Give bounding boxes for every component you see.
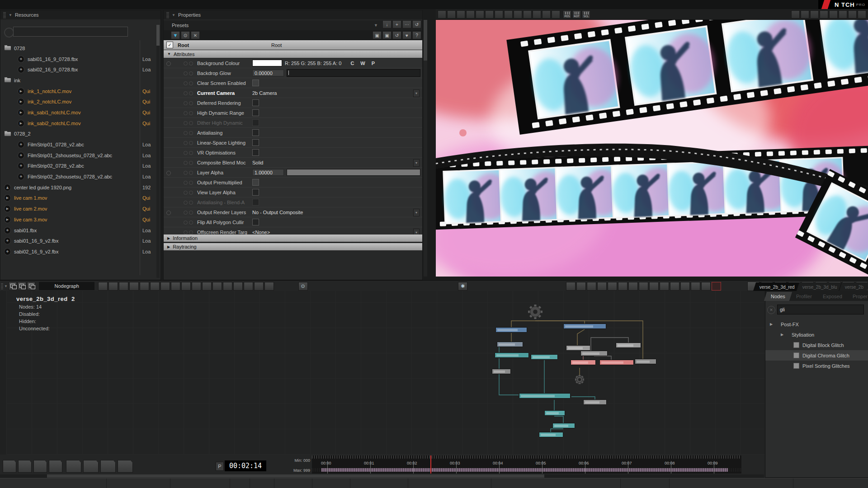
graph-node[interactable] bbox=[552, 423, 575, 428]
resource-row[interactable]: ❖ FilmStrip02_0728_v2.abc Loa bbox=[0, 161, 156, 172]
graph-node[interactable] bbox=[544, 410, 565, 416]
resource-name[interactable]: live cam 3.mov bbox=[14, 217, 47, 222]
resource-row[interactable]: ❖ FilmStrip02_2shousetsu_0728_v2.abc Loa bbox=[0, 171, 156, 182]
viewport-view-icon[interactable] bbox=[839, 10, 847, 19]
window-layout-icon[interactable] bbox=[18, 282, 26, 290]
revert-button[interactable]: ↺ bbox=[392, 31, 401, 39]
resource-row[interactable]: ▶ ink_sabi1_notchLC.mov Qui bbox=[0, 107, 156, 118]
viewport-view-icon[interactable] bbox=[848, 10, 857, 19]
resource-name[interactable]: live cam 1.mov bbox=[14, 195, 47, 201]
graph-node[interactable] bbox=[495, 352, 529, 358]
graph-node[interactable] bbox=[495, 327, 527, 333]
resource-row[interactable]: ▶ live cam 2.mov Qui bbox=[0, 203, 156, 214]
resource-type-icon[interactable]: ▶ bbox=[18, 109, 24, 116]
display-toggle-button[interactable] bbox=[670, 282, 679, 291]
graph-node[interactable] bbox=[580, 351, 608, 356]
resource-type-icon[interactable]: ▶ bbox=[18, 99, 24, 105]
color-mode-buttons[interactable]: CWP bbox=[344, 61, 375, 66]
resource-name[interactable]: sabi02_16_9_v2.fbx bbox=[14, 249, 58, 254]
checkbox[interactable] bbox=[252, 179, 259, 186]
resource-row[interactable]: ❖ sabi01_16_9_v2.fbx Loa bbox=[0, 235, 156, 246]
resource-name[interactable]: ink_sabi2_notchLC.mov bbox=[28, 121, 80, 126]
checkbox[interactable] bbox=[252, 189, 259, 196]
window-layout-icon[interactable] bbox=[27, 282, 35, 290]
expand-triangle-icon[interactable]: ▶ bbox=[167, 236, 170, 240]
scrollbar-handle[interactable] bbox=[47, 474, 544, 478]
root-enabled-checkbox[interactable]: ✓ bbox=[166, 42, 173, 48]
value-box[interactable]: 1.00000 bbox=[252, 169, 284, 176]
nodes-panel-tab[interactable]: Proper bbox=[846, 292, 868, 301]
resource-row[interactable]: ❖ sabi01.fbx Loa bbox=[0, 225, 156, 236]
display-toggle-button[interactable] bbox=[608, 282, 617, 291]
node-tree-row[interactable]: Digital Block Glitch bbox=[765, 340, 868, 350]
keyframe-icon[interactable] bbox=[166, 171, 171, 175]
resource-row[interactable]: ink bbox=[0, 75, 156, 86]
property-row[interactable]: Output Render Layers No - Output Composi… bbox=[164, 207, 422, 217]
resource-type-icon[interactable] bbox=[4, 45, 11, 52]
expand-arrow-icon[interactable]: ▶ bbox=[781, 333, 783, 337]
resource-name[interactable]: center led guide 1920.png bbox=[14, 185, 71, 190]
resource-type-icon[interactable] bbox=[4, 131, 11, 137]
clear-search-icon[interactable]: ✕ bbox=[767, 306, 775, 314]
dropdown-value[interactable]: <None> bbox=[252, 230, 270, 235]
property-row[interactable]: Antialiasing - Blend-A bbox=[164, 197, 422, 207]
property-row[interactable]: VR Optimisations bbox=[164, 148, 422, 158]
nodegraph-tool-button[interactable] bbox=[119, 282, 128, 291]
playhead[interactable] bbox=[430, 455, 431, 474]
nodegraph-tool-button[interactable] bbox=[108, 282, 118, 291]
display-toggle-button[interactable] bbox=[660, 282, 669, 291]
resources-scrollbar[interactable] bbox=[156, 25, 160, 278]
property-row[interactable]: Flip All Polygon Cullir bbox=[164, 217, 422, 227]
filter-button[interactable]: ▼ bbox=[171, 31, 180, 39]
viewport-tool-icon[interactable] bbox=[457, 10, 465, 19]
viewport-tool-icon[interactable] bbox=[495, 10, 503, 19]
node-tree-row[interactable]: ▶ Post-FX bbox=[765, 319, 868, 329]
timeline-view-tab[interactable] bbox=[118, 460, 133, 473]
nodes-panel-tab[interactable]: Nodes bbox=[764, 292, 792, 301]
nodegraph-tool-button[interactable] bbox=[223, 282, 232, 291]
nodegraph-tool-button[interactable] bbox=[192, 282, 201, 291]
resource-type-icon[interactable] bbox=[4, 77, 11, 84]
playhead-mode-button[interactable]: P bbox=[216, 462, 224, 471]
display-toggle-button[interactable] bbox=[712, 282, 721, 291]
graph-node[interactable] bbox=[566, 345, 590, 351]
property-row[interactable]: Dither High Dynamic bbox=[164, 118, 422, 128]
property-row[interactable]: Output Premultiplied bbox=[164, 178, 422, 188]
timeline-ruler[interactable]: 00:0000:0100:0200:0300:0400:0500:0600:07… bbox=[312, 455, 741, 474]
dropdown-arrow-icon[interactable]: ▼ bbox=[413, 159, 420, 167]
resource-name[interactable]: sabi02_16_9_0728.fbx bbox=[28, 67, 78, 72]
clear-filter-button[interactable]: ✕ bbox=[191, 31, 200, 39]
resource-type-icon[interactable]: ▶ bbox=[18, 88, 24, 94]
value-slider[interactable] bbox=[287, 169, 420, 176]
property-row[interactable]: Antialiasing bbox=[164, 128, 422, 138]
resource-type-icon[interactable]: ▲ bbox=[4, 184, 11, 191]
checkbox[interactable] bbox=[252, 139, 259, 146]
nodes-panel-tab[interactable]: Profiler bbox=[789, 292, 819, 301]
preset-apply-button[interactable]: ↓ bbox=[382, 20, 392, 28]
resource-type-icon[interactable]: ▶ bbox=[18, 120, 24, 127]
resource-row[interactable]: ▶ live cam 3.mov Qui bbox=[0, 214, 156, 225]
properties-scrollbar[interactable] bbox=[424, 20, 427, 277]
collapse-triangle-icon[interactable]: ▼ bbox=[4, 284, 8, 288]
nodes-panel-tab[interactable]: Exposed bbox=[816, 292, 849, 301]
nodegraph-tool-button[interactable] bbox=[160, 282, 170, 291]
copy-button[interactable]: ▣ bbox=[373, 31, 382, 39]
viewport-tool-icon[interactable] bbox=[485, 10, 494, 19]
viewport-view-icon[interactable] bbox=[791, 10, 800, 19]
expand-triangle-icon[interactable]: ▶ bbox=[167, 245, 170, 249]
panel-grip-icon[interactable] bbox=[166, 12, 169, 18]
nodegraph-tool-button[interactable] bbox=[202, 282, 212, 291]
resource-name[interactable]: sabi01_16_9_0728.fbx bbox=[28, 56, 78, 62]
nodegraph-tool-button[interactable] bbox=[129, 282, 139, 291]
presets-dropdown-icon[interactable]: ▼ bbox=[374, 23, 378, 28]
display-toggle-button[interactable] bbox=[649, 282, 659, 291]
keyframe-icon[interactable] bbox=[166, 61, 171, 66]
transform-mode-button[interactable]: ROT bbox=[572, 10, 581, 19]
viewport-tool-icon[interactable] bbox=[466, 10, 475, 19]
node-type-label[interactable]: Pixel Sorting Glitches bbox=[802, 363, 850, 369]
resource-name[interactable]: ink_1_notchLC.mov bbox=[28, 89, 71, 94]
resource-type-icon[interactable]: ❖ bbox=[4, 238, 11, 244]
timeline-view-tab[interactable] bbox=[66, 460, 81, 473]
resource-type-icon[interactable]: ▶ bbox=[4, 216, 11, 223]
resource-row[interactable]: ▶ ink_1_notchLC.mov Qui bbox=[0, 86, 156, 97]
